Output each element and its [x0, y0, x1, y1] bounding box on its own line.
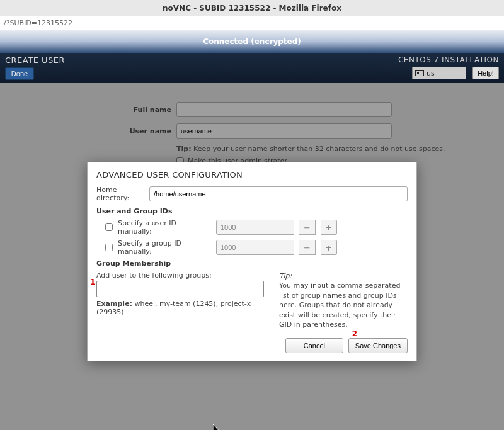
keyboard-icon: [415, 70, 424, 76]
done-button[interactable]: Done: [5, 67, 34, 80]
gm-add-label: Add user to the following groups:: [96, 271, 264, 280]
annotation-marker-2: 2: [352, 329, 357, 338]
groups-example: Example: wheel, my-team (1245), project-…: [96, 300, 264, 316]
gid-manual-checkbox[interactable]: [105, 244, 113, 251]
browser-title-bar: noVNC - SUBID 12315522 - Mozilla Firefox: [0, 0, 504, 16]
gm-tip-text: You may input a comma-separated list of …: [279, 281, 400, 329]
groups-tip: Tip: You may input a comma-separated lis…: [279, 271, 408, 329]
advanced-user-dialog: ADVANCED USER CONFIGURATION Home directo…: [87, 162, 417, 361]
home-dir-field[interactable]: [149, 186, 408, 201]
gid-manual-label: Specify a group ID manually:: [118, 239, 211, 256]
groups-field[interactable]: [96, 281, 264, 297]
keyboard-indicator[interactable]: us: [412, 67, 466, 79]
gm-tip-prefix: Tip:: [279, 272, 292, 280]
browser-url-text: /?SUBID=12315522: [4, 19, 72, 27]
help-button[interactable]: Help!: [472, 67, 499, 79]
home-dir-label: Home directory:: [96, 186, 149, 202]
save-changes-button[interactable]: Save Changes: [348, 338, 408, 353]
uid-field: [216, 220, 294, 235]
gid-increment-button[interactable]: +: [321, 240, 337, 255]
browser-title-text: noVNC - SUBID 12315522 - Mozilla Firefox: [163, 4, 341, 13]
gid-decrement-button[interactable]: −: [299, 240, 316, 255]
keyboard-layout-text: us: [427, 69, 435, 77]
vnc-status-text: Connected (encrypted): [203, 37, 301, 46]
uid-increment-button[interactable]: +: [321, 220, 337, 235]
installer-header: CREATE USER Done CENTOS 7 INSTALLATION u…: [0, 53, 504, 83]
gid-field: [216, 240, 294, 255]
spoke-title: CREATE USER: [5, 55, 65, 65]
browser-address-bar[interactable]: /?SUBID=12315522: [0, 16, 504, 30]
installation-title: CENTOS 7 INSTALLATION: [398, 55, 499, 64]
annotation-marker-1: 1: [90, 278, 95, 286]
cancel-button[interactable]: Cancel: [285, 338, 343, 353]
gm-heading: Group Membership: [96, 259, 408, 268]
uid-manual-label: Specify a user ID manually:: [118, 219, 211, 235]
uid-manual-checkbox[interactable]: [105, 223, 113, 231]
uid-decrement-button[interactable]: −: [299, 220, 316, 235]
example-prefix: Example:: [96, 300, 132, 308]
uids-heading: User and Group IDs: [96, 207, 408, 215]
dialog-title: ADVANCED USER CONFIGURATION: [96, 170, 408, 179]
vnc-status-bar: Connected (encrypted): [0, 30, 504, 53]
